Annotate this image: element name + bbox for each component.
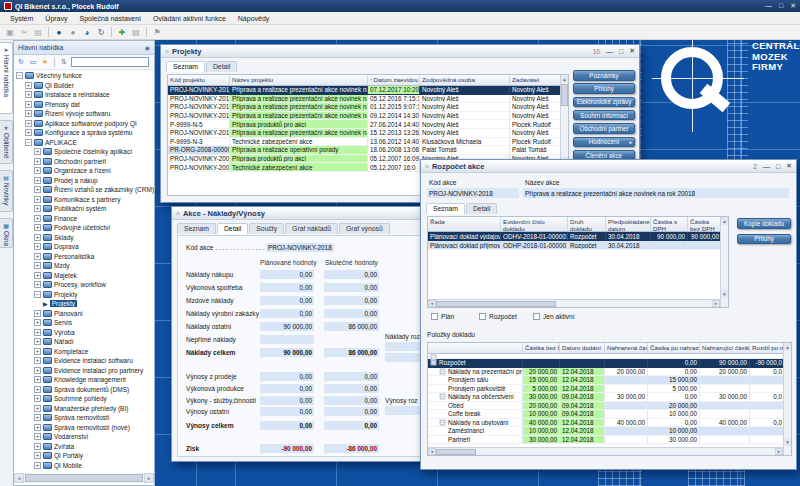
expand-icon[interactable]: + (34, 319, 41, 326)
scroll-left-icon[interactable]: ◂ (14, 473, 24, 483)
expand-icon[interactable]: + (25, 120, 32, 127)
table-row[interactable]: PROJ-NOVINKY-2014Příprava a realizace pr… (168, 129, 568, 138)
window-menu-icon[interactable]: » (176, 210, 180, 217)
table-row[interactable]: Plánovací doklad příjmovýODHP-2018-01-00… (428, 241, 728, 250)
column-header[interactable]: Předpokládané datum splatn... (606, 217, 651, 232)
checkbox-jen-aktivn-[interactable] (533, 313, 540, 320)
action-button-elektronick-zpr-vy[interactable]: Elektronické zprávy (573, 97, 635, 108)
tree-item[interactable]: +Správa nemovitostí (nové) (14, 423, 154, 433)
tree-item[interactable]: +QI Mobile (14, 461, 154, 471)
tree-item[interactable]: +Plánování (14, 309, 154, 319)
tree-item[interactable]: +Instalace a reinstalace (14, 90, 154, 100)
expand-icon[interactable]: + (34, 405, 41, 412)
menu-item-1[interactable]: Úpravy (40, 14, 72, 23)
expand-icon[interactable]: + (34, 424, 41, 431)
checkbox-pl-n[interactable] (431, 313, 438, 320)
scroll-up-icon[interactable]: ▲ (721, 217, 728, 225)
table-row[interactable]: Plánovací doklad výdajovýODHV-2018-01-00… (428, 232, 728, 241)
tree-item[interactable]: +Konfigurace a správa systému (14, 128, 154, 138)
actual-value-field[interactable]: 0,00 (324, 396, 379, 405)
action-button-souhrn-informac-[interactable]: Souhrn informací (573, 110, 635, 121)
planned-value-field[interactable]: 90 000,00 (260, 322, 314, 331)
actual-value-field[interactable]: -86 000,00 (324, 444, 379, 453)
expand-icon[interactable]: + (34, 348, 41, 355)
expand-icon[interactable]: + (34, 414, 41, 421)
polozky-hscrollbar[interactable]: ◂ ▸ (428, 447, 783, 455)
planned-value-field[interactable]: 0,00 (260, 309, 314, 318)
expand-icon[interactable]: + (34, 395, 41, 402)
expand-icon[interactable]: + (34, 367, 41, 374)
scroll-up-icon[interactable]: ▲ (784, 343, 791, 351)
side-tab-hlavn-nab-dka[interactable]: ➤Hlavní nabídka (0, 42, 13, 114)
collapse-icon[interactable]: − (440, 368, 446, 374)
tree-item[interactable]: +Procesy, workflow (14, 280, 154, 290)
tree-table-row[interactable]: Pronájem sálu15 000,0012.04.201815 000,0… (428, 376, 791, 385)
expand-icon[interactable]: + (34, 262, 41, 269)
column-header[interactable]: Název projektu (230, 75, 368, 86)
tree-table-row[interactable]: Pronájem parkoviště5 000,0012.04.20185 0… (428, 385, 791, 394)
menu-item-2[interactable]: Společná nastavení (75, 14, 147, 23)
planned-value-field[interactable]: 0,00 (260, 396, 314, 405)
qi-disabled-icon[interactable]: ● (67, 26, 79, 38)
actual-value-field[interactable]: 0,00 (324, 309, 379, 318)
maximize-button[interactable]: □ (776, 163, 780, 170)
tree-item[interactable]: +Doprava (14, 242, 154, 252)
expand-icon[interactable]: + (25, 110, 32, 117)
projekty-titlebar[interactable]: » Projekty 10 — □ ✕ (161, 45, 639, 58)
window-menu-icon[interactable]: » (165, 48, 169, 55)
tree-item[interactable]: +Prodej a nákup (14, 176, 154, 186)
options-icon[interactable]: ⚑ (151, 26, 163, 38)
expand-icon[interactable]: + (34, 281, 41, 288)
tree-table-row[interactable]: −Náklady na prezentační prostory20 000,0… (428, 368, 791, 377)
column-header[interactable]: Zadavatel (510, 75, 562, 86)
expand-icon[interactable]: + (34, 386, 41, 393)
expand-icon[interactable]: + (25, 91, 32, 98)
tree-table-row[interactable]: Oběd20 000,0009.04.201820 000,00 (428, 402, 791, 411)
tree-table-row[interactable]: −Náklady na ubytování40 000,0012.04.2018… (428, 419, 791, 428)
table-row[interactable]: PROJ-NOVINKY-2015Příprava a realizace pr… (168, 112, 568, 121)
scroll-right-icon[interactable]: ▸ (712, 300, 720, 307)
planned-value-field[interactable]: -90 000,00 (260, 444, 314, 453)
expand-icon[interactable]: + (34, 186, 41, 193)
expand-icon[interactable]: + (34, 329, 41, 336)
tree-item[interactable]: +Evidence instalací softwaru (14, 356, 154, 366)
tree-item[interactable]: +Řízení vztahů se zákazníky (CRM) (14, 185, 154, 195)
paste-icon[interactable]: ▤ (32, 26, 44, 38)
expand-icon[interactable]: + (34, 215, 41, 222)
sort-icon[interactable]: ⇅ (59, 57, 69, 67)
copy-icon[interactable]: ▣ (4, 26, 16, 38)
collapse-icon[interactable]: − (25, 139, 32, 146)
pin-icon[interactable]: ◉ (145, 44, 150, 51)
expand-icon[interactable]: + (25, 101, 32, 108)
tree-item[interactable]: +Komunikace s partnery (14, 195, 154, 205)
expand-icon[interactable]: + (34, 272, 41, 279)
minimize-button[interactable]: — (765, 2, 772, 10)
planned-value-field[interactable]: 0,00 (260, 421, 314, 430)
table-row[interactable]: PROJ-NOVINKY-2017Příprava a realizace pr… (168, 95, 568, 104)
collapse-icon[interactable]: − (34, 291, 41, 298)
new-icon[interactable]: ✚ (116, 26, 128, 38)
expand-icon[interactable]: + (34, 148, 41, 155)
tree-item[interactable]: +Obchodní partneři (14, 157, 154, 167)
sidebar-hscrollbar[interactable]: ◂ ▸ (14, 473, 154, 483)
tree-table-row[interactable]: Zaměstnanci10 000,0012.04.201810 000,00 (428, 427, 791, 436)
tree-item[interactable]: +Vodárenství (14, 432, 154, 442)
checkbox-rozpo-et[interactable] (479, 313, 486, 320)
actual-value-field[interactable]: 0,00 (324, 384, 379, 393)
scroll-down-icon[interactable]: ▼ (784, 438, 791, 446)
menu-item-0[interactable]: Systém (5, 14, 38, 23)
tree-item[interactable]: −APLIKACE (14, 138, 154, 148)
expand-icon[interactable]: + (34, 357, 41, 364)
tree-table-row[interactable]: Partneři30 000,0012.04.201830 000,00 (428, 436, 791, 445)
tree-item[interactable]: +Personalistika (14, 252, 154, 262)
table-row[interactable]: PR-ORG-2008-000001Příprava a realizace o… (168, 146, 568, 155)
column-header[interactable]: Kód projektu (168, 75, 230, 86)
planned-value-field[interactable]: 0,00 (260, 283, 314, 292)
minimize-button[interactable]: — (763, 163, 770, 170)
action-button-p-lohy[interactable]: Přílohy (737, 234, 791, 245)
expand-icon[interactable]: + (34, 443, 41, 450)
scroll-left-icon[interactable]: ◂ (428, 448, 436, 455)
akce-tab-detail[interactable]: Detail (217, 223, 248, 234)
collapse-icon[interactable]: − (16, 72, 23, 79)
column-header[interactable]: Částka s DPH (651, 217, 688, 232)
